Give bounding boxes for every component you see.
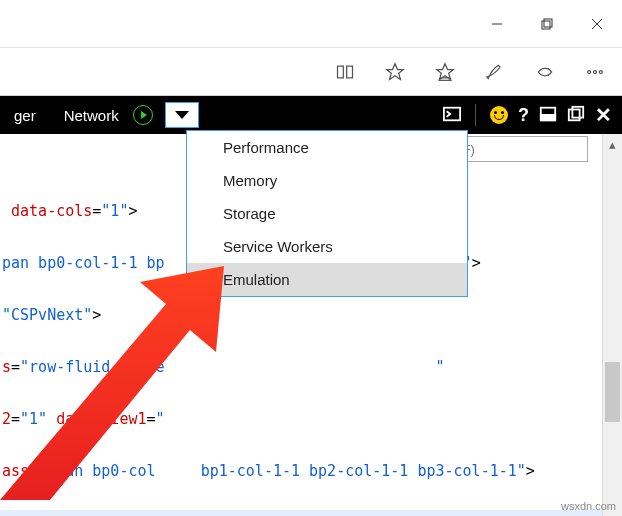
svg-rect-2	[544, 19, 552, 27]
svg-rect-14	[541, 114, 555, 119]
maximize-button[interactable]	[522, 0, 572, 48]
scroll-up-icon[interactable]: ▴	[603, 134, 622, 154]
svg-rect-15	[569, 109, 580, 120]
svg-point-10	[594, 70, 597, 73]
search-input[interactable]	[448, 136, 588, 162]
dock-bottom-icon[interactable]	[539, 105, 557, 126]
separator	[475, 104, 476, 126]
menu-item-service-workers[interactable]: Service Workers	[187, 230, 467, 263]
tabs-overflow-button[interactable]	[165, 102, 199, 128]
close-devtools-icon[interactable]: ✕	[595, 103, 612, 127]
favorites-list-icon[interactable]	[434, 61, 456, 83]
more-icon[interactable]	[584, 61, 606, 83]
devtools-overflow-menu: Performance Memory Storage Service Worke…	[186, 130, 468, 297]
watermark: wsxdn.com	[561, 500, 616, 512]
console-toggle-icon[interactable]	[443, 105, 461, 126]
scrollbar-thumb[interactable]	[605, 362, 620, 422]
help-button[interactable]: ?	[518, 105, 529, 126]
reading-view-icon[interactable]	[334, 61, 356, 83]
devtools-toolbar: ger Network ? ✕	[0, 96, 622, 134]
menu-item-memory[interactable]: Memory	[187, 164, 467, 197]
minimize-button[interactable]	[472, 0, 522, 48]
undock-icon[interactable]	[567, 105, 585, 126]
share-icon[interactable]	[534, 61, 556, 83]
vertical-scrollbar[interactable]: ▴	[602, 134, 622, 516]
code-text: "row-fluid title	[20, 358, 165, 376]
svg-point-11	[599, 70, 602, 73]
svg-rect-1	[542, 21, 550, 29]
chevron-down-icon	[175, 111, 189, 119]
feedback-smiley-icon[interactable]	[490, 106, 508, 124]
browser-toolbar	[0, 48, 622, 96]
svg-marker-5	[387, 63, 404, 79]
play-icon[interactable]	[133, 105, 153, 125]
close-button[interactable]	[572, 0, 622, 48]
menu-item-emulation[interactable]: Emulation	[187, 263, 467, 296]
svg-rect-12	[444, 107, 460, 120]
network-tab[interactable]: Network	[50, 96, 133, 134]
menu-item-storage[interactable]: Storage	[187, 197, 467, 230]
code-text: "CSPvNext"	[2, 306, 92, 324]
debugger-tab-partial[interactable]: ger	[0, 96, 50, 134]
window-titlebar	[0, 0, 622, 48]
svg-rect-16	[572, 106, 583, 117]
menu-item-performance[interactable]: Performance	[187, 131, 467, 164]
favorite-star-icon[interactable]	[384, 61, 406, 83]
code-text: pan bp0-col-1-1 bp	[2, 254, 165, 272]
svg-point-9	[588, 70, 591, 73]
code-text: data-cols	[2, 202, 92, 220]
notes-pen-icon[interactable]	[484, 61, 506, 83]
svg-marker-6	[437, 63, 454, 79]
